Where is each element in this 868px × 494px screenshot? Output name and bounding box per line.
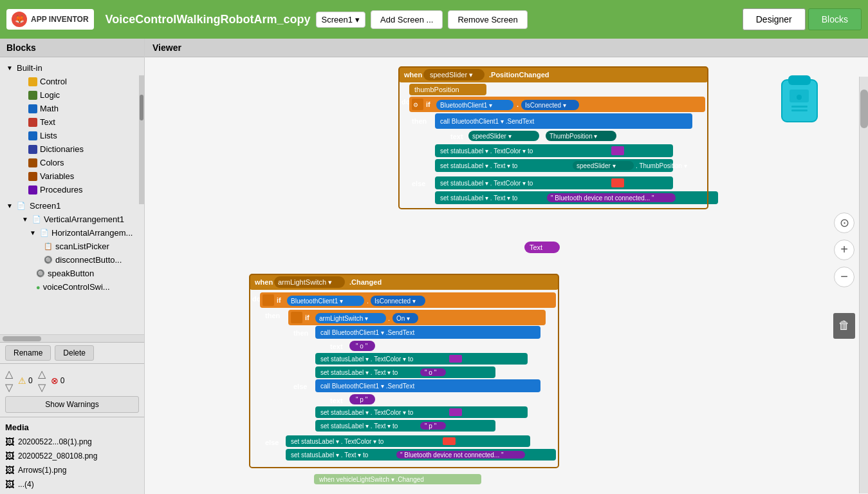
media-item-1[interactable]: 🖼 20200522...08(1).png bbox=[5, 435, 139, 449]
builtin-item-colors[interactable]: Colors bbox=[13, 156, 144, 169]
builtin-toggle[interactable]: Built-in bbox=[0, 61, 144, 75]
svg-text:⚙: ⚙ bbox=[413, 102, 418, 108]
dictionaries-label: Dictionaries bbox=[40, 144, 84, 154]
bottom-panel: △ ▽ ⚠ 0 △ ▽ ⊗ 0 Show W bbox=[0, 363, 144, 494]
voice-control-item[interactable]: ● voiceControlSwi... bbox=[13, 280, 144, 294]
viewer-vscroll-thumb bbox=[860, 90, 868, 128]
screen1-toggle[interactable]: 📄 Screen1 bbox=[0, 199, 144, 213]
media-section: Media 🖼 20200522...08(1).png 🖼 20200522_… bbox=[0, 417, 144, 494]
svg-text:set statusLabel ▾ . TextColor : set statusLabel ▾ . TextColor ▾ to bbox=[291, 438, 384, 445]
left-hscroll[interactable] bbox=[0, 334, 144, 342]
viewer-header: Viewer bbox=[145, 39, 868, 57]
app-logo-text: APP INVENTOR bbox=[31, 15, 89, 24]
tree-vscroll[interactable] bbox=[139, 75, 144, 204]
yellow-warning-icon: ⚠ bbox=[18, 375, 26, 386]
horizontal-arrangement-file-icon: 📄 bbox=[40, 229, 49, 237]
svg-text:IsConnected ▾: IsConnected ▾ bbox=[374, 298, 416, 305]
svg-text:do: do bbox=[252, 295, 261, 303]
svg-text:set statusLabel ▾ . Text ▾ to: set statusLabel ▾ . Text ▾ to bbox=[440, 162, 518, 169]
svg-text:when: when bbox=[403, 71, 422, 79]
svg-rect-56 bbox=[263, 294, 274, 306]
arrow-down-2-icon[interactable]: ▽ bbox=[38, 381, 46, 394]
arm-light-switch-block[interactable]: when armLightSwitch ▾ .Changed do if Blu… bbox=[250, 274, 559, 484]
svg-text:Text: Text bbox=[530, 243, 542, 251]
svg-text:text: text bbox=[330, 397, 343, 404]
screen-selector[interactable]: Screen1 ▾ bbox=[316, 12, 365, 28]
svg-text:.: . bbox=[517, 100, 519, 108]
trash-button[interactable]: 🗑 bbox=[833, 313, 855, 339]
media-icon-2: 🖼 bbox=[5, 451, 14, 461]
svg-text:set statusLabel ▾ . TextColor : set statusLabel ▾ . TextColor ▾ to bbox=[320, 409, 414, 416]
blocks-header: Blocks bbox=[0, 39, 144, 57]
screen1-section: 📄 Screen1 📄 VerticalArrangement1 📄 Horiz… bbox=[0, 198, 144, 295]
svg-text:set statusLabel ▾ . TextColor : set statusLabel ▾ . TextColor ▾ to bbox=[440, 180, 533, 187]
show-warnings-button[interactable]: Show Warnings bbox=[5, 396, 139, 413]
screen-dropdown-icon: ▾ bbox=[355, 15, 360, 24]
svg-text:" Bluetooth device not connect: " Bluetooth device not connected... " bbox=[400, 451, 504, 459]
scan-list-picker-label: scanListPicker bbox=[55, 242, 109, 251]
svg-text:ThumbPosition ▾: ThumbPosition ▾ bbox=[549, 133, 597, 140]
designer-button[interactable]: Designer bbox=[743, 8, 806, 30]
arrow-up-2-icon[interactable]: △ bbox=[38, 368, 46, 380]
text-label: Text bbox=[40, 117, 55, 127]
remove-screen-button[interactable]: Remove Screen bbox=[448, 10, 527, 29]
svg-text:set statusLabel ▾ . Text ▾ to: set statusLabel ▾ . Text ▾ to bbox=[440, 195, 518, 202]
topbar: 🦊 APP INVENTOR VoiceControlWalkingRobotA… bbox=[0, 0, 868, 39]
scan-list-picker-item[interactable]: 📋 scanListPicker bbox=[13, 240, 144, 253]
canvas[interactable]: when speedSlider ▾ .PositionChanged thum… bbox=[145, 57, 868, 493]
media-item-3[interactable]: 🖼 Arrows(1).png bbox=[5, 463, 139, 477]
svg-text:do: do bbox=[402, 98, 411, 106]
vertical-arrangement-toggle[interactable]: 📄 VerticalArrangement1 bbox=[13, 213, 144, 226]
rename-button[interactable]: Rename bbox=[5, 345, 51, 361]
red-warning-count: 0 bbox=[60, 376, 65, 385]
project-title: VoiceControlWalkingRobotArm_copy bbox=[106, 13, 311, 26]
viewer-vscroll[interactable] bbox=[859, 77, 868, 493]
builtin-item-math[interactable]: Math bbox=[13, 102, 144, 115]
builtin-item-procedures[interactable]: Procedures bbox=[13, 183, 144, 196]
builtin-item-logic[interactable]: Logic bbox=[13, 88, 144, 102]
screen1-file-icon: 📄 bbox=[17, 202, 26, 210]
svg-text:.: . bbox=[367, 297, 369, 305]
builtin-item-lists[interactable]: Lists bbox=[13, 129, 144, 142]
svg-text:if: if bbox=[277, 296, 281, 304]
svg-rect-5 bbox=[791, 109, 808, 111]
main-area: Blocks Built-in Control Logic bbox=[0, 39, 868, 494]
builtin-item-control[interactable]: Control bbox=[13, 75, 144, 88]
arrow-controls-2: △ ▽ bbox=[38, 368, 46, 394]
svg-text:IsConnected ▾: IsConnected ▾ bbox=[525, 102, 566, 109]
math-label: Math bbox=[40, 104, 59, 113]
logic-icon bbox=[28, 91, 37, 100]
svg-text:if: if bbox=[305, 314, 309, 321]
svg-text:" p ": " p " bbox=[356, 396, 368, 403]
control-icon bbox=[28, 77, 37, 86]
speak-button-item[interactable]: 🔘 speakButton bbox=[13, 267, 144, 280]
zoom-in-button[interactable]: + bbox=[834, 240, 854, 260]
media-icon-3: 🖼 bbox=[5, 465, 14, 475]
arrow-down-icon[interactable]: ▽ bbox=[5, 381, 13, 394]
add-screen-button[interactable]: Add Screen ... bbox=[371, 10, 443, 29]
horizontal-arrangement-label: HorizontalArrangem... bbox=[51, 228, 133, 238]
svg-text:then: then bbox=[265, 312, 281, 319]
delete-button[interactable]: Delete bbox=[55, 345, 94, 361]
svg-text:.PositionChanged: .PositionChanged bbox=[489, 71, 549, 79]
svg-text:else: else bbox=[265, 439, 279, 446]
horizontal-arrangement-toggle[interactable]: 📄 HorizontalArrangem... bbox=[13, 226, 144, 240]
svg-text:else: else bbox=[293, 383, 307, 390]
blocks-button[interactable]: Blocks bbox=[808, 8, 862, 30]
builtin-item-dictionaries[interactable]: Dictionaries bbox=[13, 142, 144, 156]
disconnect-button-item[interactable]: 🔘 disconnectButto... bbox=[13, 253, 144, 267]
builtin-item-text[interactable]: Text bbox=[13, 115, 144, 129]
target-button[interactable]: ⊙ bbox=[834, 213, 854, 233]
zoom-out-button[interactable]: − bbox=[834, 267, 854, 287]
builtin-item-variables[interactable]: Variables bbox=[13, 169, 144, 183]
media-item-2[interactable]: 🖼 20200522_080108.png bbox=[5, 449, 139, 463]
media-item-4[interactable]: 🖼 ...(4) bbox=[5, 477, 139, 491]
svg-text:text: text bbox=[330, 343, 343, 350]
arrow-up-icon[interactable]: △ bbox=[5, 368, 13, 380]
control-label: Control bbox=[40, 77, 67, 86]
yellow-warning: ⚠ 0 bbox=[18, 375, 33, 386]
screen1-label: Screen1 bbox=[30, 201, 60, 211]
svg-text:then: then bbox=[412, 117, 427, 125]
speed-slider-event-block[interactable]: when speedSlider ▾ .PositionChanged thum… bbox=[399, 67, 718, 209]
colors-label: Colors bbox=[40, 158, 64, 167]
